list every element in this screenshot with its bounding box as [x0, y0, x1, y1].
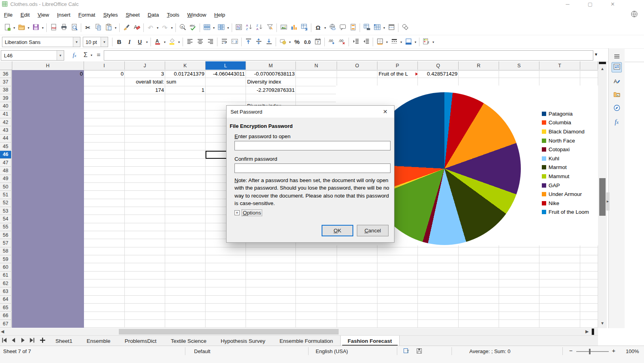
- cell-M36[interactable]: -0.070007638113: [246, 70, 296, 78]
- name-box[interactable]: L46 ▼: [1, 50, 64, 61]
- sheet-position-status[interactable]: Sheet 7 of 7: [3, 348, 31, 354]
- center-vertically-button[interactable]: [253, 37, 264, 47]
- cell-K37[interactable]: sum: [165, 78, 206, 86]
- cell-Q36[interactable]: 0.428571429: [418, 70, 459, 78]
- row-header-40[interactable]: 40: [0, 102, 11, 110]
- cell-L36[interactable]: -4.060443011: [206, 70, 246, 78]
- row-header-51[interactable]: 51: [0, 191, 11, 199]
- new-document-dropdown-icon[interactable]: ▼: [12, 23, 16, 33]
- menu-tools[interactable]: Tools: [163, 10, 183, 20]
- average-sum-status[interactable]: Average: ; Sum: 0: [469, 348, 511, 354]
- sidebar-sidebar-menu-button[interactable]: [612, 52, 621, 62]
- column-header-O[interactable]: O: [337, 61, 377, 70]
- sheet-tab-sheet1[interactable]: Sheet1: [48, 336, 80, 346]
- next-sheet-button[interactable]: [18, 336, 27, 346]
- underline-dropdown-icon[interactable]: ▼: [145, 37, 149, 47]
- row-header-39[interactable]: 39: [0, 94, 11, 102]
- row-header-54[interactable]: 54: [0, 215, 11, 223]
- columns-dropdown-icon[interactable]: ▼: [226, 23, 230, 33]
- sidebar-functions-button[interactable]: fx: [612, 117, 621, 127]
- cell-P36[interactable]: Fruit of the L: [377, 70, 418, 78]
- show-draw-functions-button[interactable]: [400, 23, 410, 33]
- select-all-corner[interactable]: [0, 61, 12, 70]
- row-header-36[interactable]: 36: [0, 70, 11, 78]
- align-bottom-button[interactable]: [264, 37, 274, 47]
- cell-J38[interactable]: 174: [125, 86, 165, 94]
- close-button[interactable]: ✕: [607, 0, 619, 8]
- zoom-out-icon[interactable]: −: [569, 347, 573, 354]
- font-size-dropdown-icon[interactable]: ▼: [101, 37, 108, 47]
- row-header-48[interactable]: 48: [0, 167, 11, 175]
- column-header-R[interactable]: R: [459, 61, 499, 70]
- row-header-42[interactable]: 42: [0, 118, 11, 126]
- sidebar-navigator-button[interactable]: [612, 104, 621, 113]
- freeze-rows-columns-dropdown-icon[interactable]: ▼: [382, 23, 386, 33]
- copy-button[interactable]: [93, 23, 103, 33]
- add-decimal-button[interactable]: .00: [326, 37, 337, 47]
- zoom-slider-thumb[interactable]: [589, 349, 591, 354]
- sidebar-show-handle[interactable]: ▶: [606, 192, 610, 211]
- undo-dropdown-icon[interactable]: ▼: [156, 23, 160, 33]
- rows-dropdown-icon[interactable]: ▼: [212, 23, 216, 33]
- row-header-55[interactable]: 55: [0, 223, 11, 231]
- zoom-in-icon[interactable]: +: [612, 347, 615, 354]
- align-center-button[interactable]: [195, 37, 205, 47]
- menu-view[interactable]: View: [34, 10, 53, 20]
- cell-J36[interactable]: 3: [125, 70, 165, 78]
- column-header-T[interactable]: T: [539, 61, 580, 70]
- paste-dropdown-icon[interactable]: ▼: [114, 23, 118, 33]
- background-color-button[interactable]: [403, 37, 413, 47]
- cell-K36[interactable]: 0.017241379: [165, 70, 206, 78]
- row-header-59[interactable]: 59: [0, 255, 11, 263]
- menu-data[interactable]: Data: [144, 10, 163, 20]
- row-header-60[interactable]: 60: [0, 263, 11, 271]
- spelling-button[interactable]: abc: [188, 23, 198, 33]
- row-header-46[interactable]: 46: [0, 151, 11, 159]
- menu-window[interactable]: Window: [183, 10, 210, 20]
- open-file-dropdown-icon[interactable]: ▼: [27, 23, 30, 33]
- rows-button[interactable]: [202, 23, 212, 33]
- menu-format[interactable]: Format: [74, 10, 99, 20]
- column-header-K[interactable]: K: [165, 61, 206, 70]
- insert-pivot-table-button[interactable]: [299, 23, 309, 33]
- autofilter-button[interactable]: [265, 23, 275, 33]
- row-header-43[interactable]: 43: [0, 126, 11, 134]
- bold-button[interactable]: B: [114, 37, 124, 47]
- undo-button[interactable]: ↶: [145, 23, 156, 33]
- find-replace-button[interactable]: a: [177, 23, 188, 33]
- row-header-45[interactable]: 45: [0, 143, 11, 150]
- font-color-dropdown-icon[interactable]: ▼: [163, 37, 167, 47]
- scroll-down-icon[interactable]: ▼: [598, 319, 607, 327]
- row-header-47[interactable]: 47: [0, 159, 11, 167]
- paste-button[interactable]: [103, 23, 114, 33]
- column-header-N[interactable]: N: [296, 61, 337, 70]
- globe-icon[interactable]: [631, 10, 638, 19]
- previous-sheet-button[interactable]: [9, 336, 18, 346]
- save-dropdown-icon[interactable]: ▼: [41, 23, 45, 33]
- decrease-indent-button[interactable]: [361, 37, 371, 47]
- menu-help[interactable]: Help: [210, 10, 229, 20]
- name-box-dropdown-icon[interactable]: ▼: [57, 51, 64, 60]
- row-header-52[interactable]: 52: [0, 199, 11, 207]
- menu-insert[interactable]: Insert: [53, 10, 74, 20]
- scroll-up-icon[interactable]: ▲: [598, 65, 607, 72]
- print-button[interactable]: [59, 23, 69, 33]
- horizontal-scrollbar[interactable]: ◀ ▶: [0, 328, 598, 335]
- document-modified-icon[interactable]: [416, 348, 423, 355]
- align-right-button[interactable]: [205, 37, 215, 47]
- sheet-tab-fashion-forecast[interactable]: Fashion Forecast: [340, 336, 400, 346]
- special-character-button[interactable]: Ω: [313, 23, 323, 33]
- border-style-dropdown-icon[interactable]: ▼: [399, 37, 403, 47]
- sheet-tab-hypothesis-survey[interactable]: Hypothesis Survey: [213, 336, 272, 346]
- menu-file[interactable]: File: [0, 10, 17, 20]
- conditional-formatting-dropdown-icon[interactable]: ▼: [431, 37, 435, 47]
- italic-button[interactable]: I: [124, 37, 135, 47]
- format-number-button[interactable]: 0.0: [302, 37, 312, 47]
- maximize-button[interactable]: ▢: [584, 0, 596, 8]
- highlighting-color-dropdown-icon[interactable]: ▼: [177, 37, 181, 47]
- wrap-text-button[interactable]: [219, 37, 229, 47]
- font-name-combobox[interactable]: Liberation Sans▼: [2, 37, 80, 47]
- menu-edit[interactable]: Edit: [17, 10, 34, 20]
- conditional-formatting-button[interactable]: ≠: [421, 37, 431, 47]
- column-header-I[interactable]: I: [84, 61, 125, 70]
